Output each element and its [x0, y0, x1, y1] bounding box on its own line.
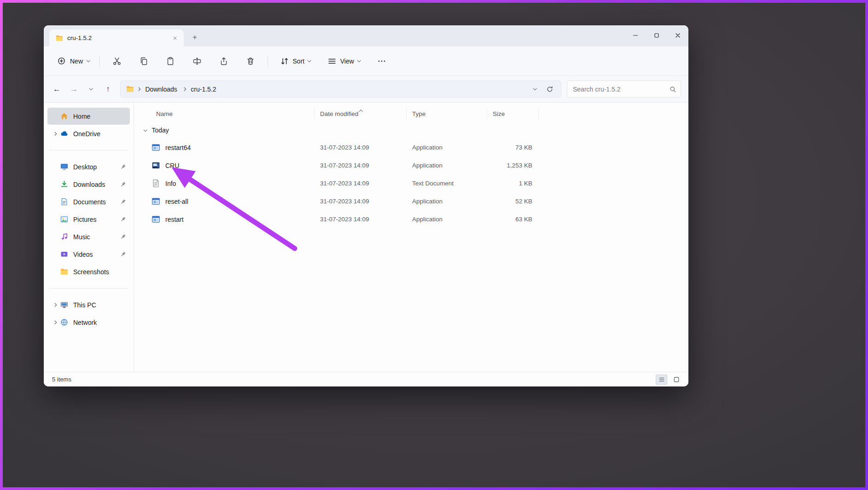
sidebar-item-onedrive[interactable]: OneDrive — [47, 125, 130, 142]
file-type: Application — [407, 198, 487, 205]
maximize-icon — [653, 32, 660, 39]
file-explorer-window: cru-1.5.2 New — [44, 25, 688, 386]
sort-ascending-icon — [359, 110, 363, 113]
cut-button[interactable] — [108, 52, 126, 70]
up-button[interactable]: ↑ — [99, 81, 117, 98]
close-button[interactable] — [667, 25, 688, 46]
file-size: 73 KB — [487, 144, 539, 151]
file-size: 1,253 KB — [487, 162, 539, 169]
icons-view-icon — [673, 376, 680, 383]
new-button[interactable]: New — [51, 52, 96, 69]
sidebar-divider — [49, 150, 128, 150]
file-row-restart64[interactable]: restart64 31-07-2023 14:09 Application 7… — [140, 138, 683, 156]
breadcrumb-item-downloads[interactable]: Downloads — [141, 83, 181, 95]
address-dropdown-button[interactable] — [528, 82, 542, 96]
maximize-button[interactable] — [646, 25, 667, 46]
chevron-right-icon — [53, 132, 57, 136]
chevron-down-icon — [533, 86, 537, 90]
rename-button[interactable] — [188, 52, 206, 70]
tab-strip: cru-1.5.2 — [44, 25, 688, 46]
sidebar-item-screenshots[interactable]: Screenshots — [47, 263, 130, 280]
share-button[interactable] — [215, 52, 233, 70]
sidebar-item-music[interactable]: Music — [47, 228, 130, 245]
sidebar-item-downloads[interactable]: Downloads — [47, 176, 130, 193]
navigation-pane: Home OneDrive Desktop Downloads — [44, 103, 134, 372]
column-header-type[interactable]: Type — [407, 108, 487, 120]
view-button[interactable]: View — [322, 52, 366, 70]
sidebar-divider — [49, 288, 128, 288]
chevron-down-icon — [357, 58, 361, 62]
chevron-down-icon — [89, 86, 93, 90]
sidebar-item-this-pc[interactable]: This PC — [47, 296, 130, 313]
application-icon — [151, 161, 160, 170]
refresh-button[interactable] — [542, 82, 557, 96]
list-view-icon — [658, 376, 665, 383]
downloads-icon — [60, 180, 68, 188]
more-icon — [377, 57, 386, 66]
sort-icon — [280, 57, 289, 66]
file-date: 31-07-2023 14:09 — [315, 198, 407, 205]
window-caption-buttons — [625, 25, 688, 46]
close-icon — [172, 35, 178, 41]
forward-button[interactable]: → — [65, 81, 82, 98]
file-date: 31-07-2023 14:09 — [315, 162, 407, 169]
home-icon — [60, 112, 68, 120]
file-row-reset-all[interactable]: reset-all 31-07-2023 14:09 Application 5… — [140, 192, 683, 210]
file-row-restart[interactable]: restart 31-07-2023 14:09 Application 63 … — [140, 210, 683, 228]
breadcrumb-item-cru-152[interactable]: cru-1.5.2 — [186, 83, 220, 95]
minimize-button[interactable] — [625, 25, 646, 46]
breadcrumb[interactable]: Downloads cru-1.5.2 — [120, 81, 561, 98]
file-type: Application — [407, 162, 487, 169]
explorer-tab[interactable]: cru-1.5.2 — [49, 29, 184, 46]
file-row-info[interactable]: Info 31-07-2023 14:09 Text Document 1 KB — [140, 174, 683, 192]
column-header-size[interactable]: Size — [487, 108, 539, 120]
close-icon — [674, 32, 682, 39]
status-bar: 5 items — [44, 372, 688, 386]
minimize-icon — [632, 32, 639, 39]
more-options-button[interactable] — [373, 52, 391, 70]
share-icon — [219, 57, 228, 66]
file-name: reset-all — [165, 198, 188, 205]
large-icons-view-button[interactable] — [670, 375, 682, 385]
search-input[interactable] — [567, 81, 681, 98]
details-view-button[interactable] — [656, 375, 667, 385]
search-box — [567, 81, 681, 98]
file-type: Application — [407, 216, 487, 223]
cut-icon — [112, 57, 122, 66]
paste-button[interactable] — [161, 52, 180, 70]
copy-button[interactable] — [134, 52, 153, 70]
new-tab-button[interactable] — [187, 30, 202, 45]
sidebar-item-pictures[interactable]: Pictures — [47, 211, 130, 228]
folder-icon — [60, 268, 68, 276]
command-bar: New Sort View — [44, 46, 688, 76]
sort-button[interactable]: Sort — [275, 52, 316, 70]
pin-icon — [120, 164, 126, 170]
application-icon — [151, 215, 160, 224]
recent-locations-button[interactable] — [82, 81, 99, 98]
file-size: 63 KB — [487, 216, 539, 223]
plus-circle-icon — [57, 57, 66, 65]
file-row-cru[interactable]: CRU 31-07-2023 14:09 Application 1,253 K… — [140, 156, 683, 174]
pin-icon — [120, 234, 126, 240]
group-header-today[interactable]: Today — [140, 122, 683, 138]
back-button[interactable]: ← — [48, 81, 65, 98]
file-type: Application — [407, 144, 487, 151]
pin-icon — [120, 216, 126, 223]
onedrive-cloud-icon — [60, 130, 68, 138]
sidebar-item-documents[interactable]: Documents — [47, 193, 130, 210]
sidebar-item-videos[interactable]: Videos — [47, 246, 130, 263]
sidebar-item-desktop[interactable]: Desktop — [47, 158, 130, 175]
sidebar-item-home[interactable]: Home — [47, 108, 130, 125]
this-pc-icon — [60, 301, 68, 309]
sort-button-label: Sort — [293, 58, 305, 65]
column-header-name[interactable]: Name — [140, 108, 315, 120]
delete-button[interactable] — [241, 52, 260, 70]
address-bar: ← → ↑ Downloads cru-1.5.2 — [44, 76, 688, 103]
videos-icon — [60, 250, 68, 258]
toolbar-divider — [268, 55, 268, 67]
pin-icon — [120, 199, 126, 205]
column-header-date-modified[interactable]: Date modified — [315, 108, 407, 120]
tab-close-button[interactable] — [170, 33, 180, 43]
sidebar-item-network[interactable]: Network — [47, 314, 130, 331]
file-name: restart — [165, 216, 184, 223]
